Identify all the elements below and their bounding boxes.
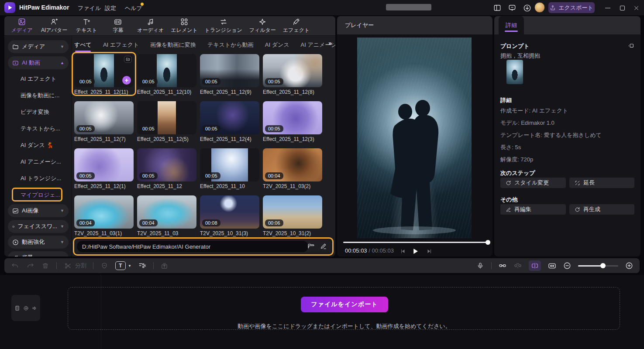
sidebar-item-text-to-video[interactable]: テキストから... [21, 125, 60, 133]
film-icon[interactable] [14, 305, 20, 311]
play-icon[interactable] [410, 246, 421, 257]
undo-icon[interactable] [10, 261, 19, 270]
chevron-down-icon: ▼ [60, 256, 64, 257]
media-item[interactable]: 00:04 T2V_2025_11_03(2) [263, 148, 322, 189]
menu-help[interactable]: ヘルプ [125, 4, 142, 12]
scissors-icon[interactable] [63, 261, 72, 270]
tab-subtitle[interactable]: 字幕 [104, 17, 132, 35]
sidebar-item-video-convert[interactable]: ビデオ変換 [21, 108, 49, 116]
import-box-icon[interactable] [160, 261, 169, 270]
change-style-button[interactable]: スタイル変更 [500, 178, 566, 188]
sidebar-group-face-swap[interactable]: フェイススワ... ▼ [8, 220, 69, 233]
media-item[interactable]: 00:05 Effect_2025_11_12(4) [200, 101, 259, 142]
re-edit-button[interactable]: 再編集 [500, 204, 566, 215]
tabs-overflow-chevron-icon[interactable]: » [328, 40, 332, 47]
sidebar-group-background[interactable]: 背景 ▼ [8, 251, 69, 257]
unlink-icon[interactable] [513, 261, 522, 270]
prev-frame-icon[interactable] [397, 246, 409, 257]
copy-icon[interactable] [627, 41, 634, 48]
mic-icon[interactable] [476, 261, 485, 270]
layout-icon[interactable] [492, 3, 502, 13]
progress-knob[interactable] [486, 240, 490, 245]
media-tab-text-to-video[interactable]: テキストから動画 [207, 41, 254, 49]
sidebar-group-ai-image[interactable]: AI画像 ▼ [8, 204, 69, 217]
close-icon[interactable] [632, 3, 641, 12]
chevron-down-icon[interactable]: ▼ [128, 264, 131, 268]
prompt-thumbnail[interactable] [506, 60, 523, 84]
next-frame-icon[interactable] [424, 246, 435, 257]
media-item[interactable]: 00:06 T2V_2025_10_31(2) [263, 195, 322, 236]
menu-file[interactable]: ファイル [78, 4, 101, 12]
folder-open-icon[interactable] [307, 243, 315, 250]
export-label: エクスポート [558, 4, 593, 12]
tab-element[interactable]: エレメント [169, 17, 199, 35]
video-preview[interactable] [357, 38, 472, 238]
media-item[interactable]: 00:05 Effect_2025_11_12(7) [74, 101, 134, 142]
track-split-icon[interactable] [138, 261, 147, 270]
trash-icon[interactable] [41, 261, 50, 270]
avatar[interactable] [534, 2, 545, 13]
feedback-icon[interactable] [507, 3, 517, 13]
slider-knob[interactable] [600, 263, 606, 268]
export-button[interactable]: エクスポート [548, 2, 595, 13]
media-item[interactable]: 00:05 Effect_2025_11_12(8) [263, 54, 322, 95]
sidebar-item-image-to-video[interactable]: 画像を動画に... [21, 92, 59, 99]
media-item[interactable]: 00:05 Effect_2025_11_12(5) [137, 101, 196, 142]
tab-text[interactable]: テキスト [72, 17, 100, 35]
extend-button[interactable]: 延長 [569, 178, 634, 188]
media-tab-image-to-video[interactable]: 画像を動画に変換 [150, 41, 196, 49]
media-item[interactable]: 00:05 Effect_2025_11_12(3) [263, 101, 322, 142]
pencil-icon[interactable] [320, 243, 327, 250]
record-icon[interactable] [23, 305, 29, 311]
media-item[interactable]: 00:05 Effect_2025_11_12(1) [74, 148, 134, 189]
menu-settings[interactable]: 設定 [105, 4, 116, 12]
media-tab-ai-effect[interactable]: AI エフェクト [103, 41, 139, 49]
folder-badge-icon[interactable] [124, 56, 132, 63]
media-item[interactable]: 00:05 Effect_2025_11_12(9) [200, 54, 259, 95]
sidebar-group-video-enhance[interactable]: 動画強化 ▼ [8, 236, 69, 249]
media-item[interactable]: 00:05 Effect_2025_11_12(10) [137, 54, 196, 95]
sidebar-item-ai-effect[interactable]: AI エフェクト [21, 75, 56, 83]
media-item[interactable]: 00:08 T2V_2025_10_31(3) [200, 195, 259, 236]
sidebar-item-ai-animation[interactable]: AI アニメーシ... [21, 158, 61, 166]
import-dropzone[interactable]: ファイルをインポート 動画や画像をここにドラッグまたはインポートして、動画作成を… [68, 287, 620, 330]
marker-icon[interactable] [100, 261, 109, 270]
download-icon[interactable] [522, 3, 532, 13]
add-to-timeline-button[interactable]: + [122, 76, 131, 85]
sidebar-group-media[interactable]: メディア ▼ [8, 40, 69, 53]
import-file-button[interactable]: ファイルをインポート [301, 297, 388, 312]
tab-transition[interactable]: トランジション [203, 17, 244, 35]
split-label[interactable]: 分割 [75, 262, 86, 270]
maximize-icon[interactable] [618, 3, 627, 12]
tab-effect[interactable]: エフェクト [281, 17, 311, 35]
media-item[interactable]: 00:04 T2V_2025_11_03(1) [74, 195, 134, 236]
media-item[interactable]: 00:04 T2V_2025_11_03 [137, 195, 196, 236]
media-item[interactable]: 00:05 Effect_2025_11_12 [137, 148, 196, 189]
tab-filter[interactable]: フィルター [248, 17, 278, 35]
tab-audio[interactable]: オーディオ [135, 17, 165, 35]
zoom-out-icon[interactable] [563, 261, 572, 270]
ripple-edit-icon[interactable] [529, 260, 541, 271]
text-tool-icon[interactable]: T [115, 261, 126, 270]
sidebar-group-ai-video[interactable]: AI 動画 ▲ [8, 56, 69, 69]
tab-media[interactable]: メディア [8, 17, 36, 35]
media-item[interactable]: 00:05 Effect_2025_11_10 [200, 148, 259, 189]
link-icon[interactable] [498, 261, 507, 270]
fit-timeline-icon[interactable] [548, 261, 556, 270]
redo-icon[interactable] [26, 261, 34, 270]
media-tab-ai-dance[interactable]: AI ダンス [265, 41, 289, 49]
minimize-icon[interactable] [603, 3, 612, 12]
speaker-icon[interactable] [32, 305, 38, 311]
sidebar-item-ai-transition[interactable]: AI トランジシ... [21, 174, 61, 182]
path-input[interactable] [77, 241, 308, 252]
sidebar-item-ai-dance[interactable]: AI ダンス 💃 [21, 141, 54, 149]
zoom-in-icon[interactable] [625, 261, 634, 270]
regenerate-button[interactable]: 再生成 [569, 204, 634, 215]
media-tab-all[interactable]: すべて [74, 41, 92, 49]
playback-progress-bar[interactable] [343, 242, 488, 243]
element-icon [180, 18, 188, 26]
tab-details[interactable]: 詳細 [499, 16, 524, 34]
tab-ai-avatar[interactable]: AIアバター [39, 17, 69, 35]
timeline-zoom-slider[interactable] [578, 265, 618, 267]
media-item[interactable]: 00:05 + Effect_2025_11_12(11) [74, 54, 134, 95]
